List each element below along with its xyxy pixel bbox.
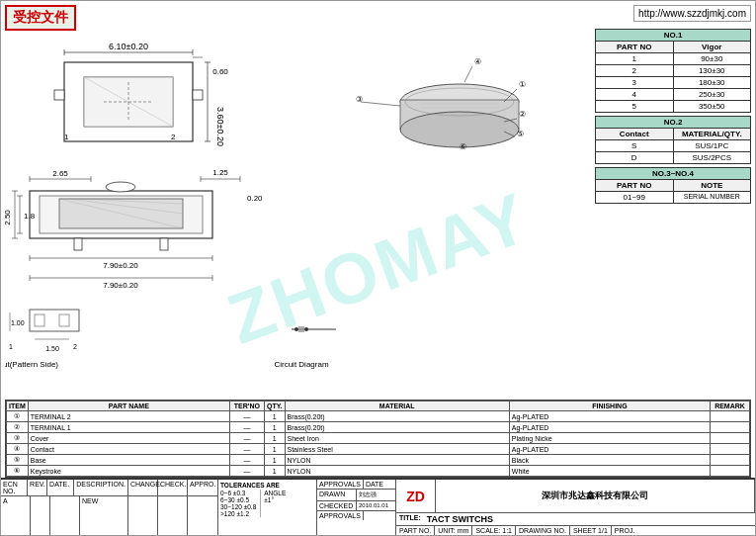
bom-finishing: White [509,466,710,477]
table-row: 5 350±50 [596,101,750,112]
part-no: 5 [596,101,674,112]
svg-text:④: ④ [474,57,481,66]
bom-ter: — [229,411,264,422]
checked-label: CHECKED [317,501,357,510]
table-row: 1 90±30 [596,53,750,65]
contact-d: D [596,152,674,163]
bom-finishing: Plating Nicke [509,433,710,444]
drawing-no-label: DRAWING NO. [515,526,569,535]
svg-text:3.60±0.20: 3.60±0.20 [215,107,225,146]
table-no3: NO.3~NO.4 PART NO NOTE 01~99 SERIAL NUMB… [595,167,751,204]
bom-row: ⑥ Keystroke — 1 NYLON White [7,466,750,477]
technical-drawing: 6.10±0.20 3.60±0.20 0.60 2 1 2.65 [5,23,593,418]
bom-name: Keystroke [28,466,229,477]
desc-label: DESCRIPTION. [74,480,128,495]
bom-remark [711,455,750,466]
material-header: MATERIAL/QTY. [674,129,751,139]
svg-text:2: 2 [171,133,176,141]
scale-label: SCALE: 1:1 [471,526,515,535]
bom-header-finishing: FINISHING [509,402,710,411]
drawn-label: DRAWN [317,490,357,500]
bom-qty: 1 [264,466,285,477]
bom-name: TERMINAL 2 [28,411,229,422]
bom-material: NYLON [285,455,509,466]
bom-table: ITEM PART NAME TER'NO QTY. MATERIAL FINI… [5,400,751,478]
svg-text:7.90±0.20: 7.90±0.20 [103,281,138,290]
svg-text:①: ① [519,80,526,89]
approvals-row-label: APPROVALS [317,511,364,520]
bom-row: ② TERMINAL 1 — 1 Brass(0.20t) Ag-PLATED [7,422,750,433]
bom-item: ② [7,422,29,433]
bom-qty: 1 [264,433,285,444]
vigor-val: 180±30 [674,77,751,88]
bom-finishing: Ag-PLATED [509,411,710,422]
bom-row: ④ Contact — 1 Stainless Steel Ag-PLATED [7,444,750,455]
svg-text:⑥: ⑥ [460,142,466,151]
svg-text:0.60: 0.60 [212,67,228,76]
bom-material: NYLON [285,466,509,477]
part-no: 1 [596,53,674,64]
date-header: DATE [364,480,395,489]
svg-text:0.20: 0.20 [247,194,263,203]
svg-point-68 [304,327,308,331]
ecn-section: ECN NO. REV. DATE. DESCRIPTION. CHANGE. … [1,480,218,535]
note-header: NOTE [674,180,751,191]
proj-label: PROJ. [611,526,638,535]
bom-qty: 1 [264,455,285,466]
title-block: ECN NO. REV. DATE. DESCRIPTION. CHANGE. … [1,478,755,535]
svg-text:⑤: ⑤ [517,130,524,138]
bom-header-qty: QTY. [264,402,285,411]
svg-text:2: 2 [73,343,77,350]
bom-ter: — [229,422,264,433]
bom-remark [711,433,750,444]
company-url: http://www.szzdjmkj.com [633,5,751,22]
ecn-val: A [1,496,31,535]
svg-rect-9 [193,90,203,100]
sheet-label: SHEET 1/1 [569,526,611,535]
svg-text:1.25: 1.25 [212,168,228,177]
part-no: 4 [596,89,674,100]
tolerances-section: TOLERANCES ARE 0~6 ±0.3 6~30 ±0.5 30~120… [218,480,317,535]
contact-s: S [596,140,674,151]
bom-name: TERMINAL 1 [28,422,229,433]
svg-text:②: ② [519,110,526,119]
bom-qty: 1 [264,444,285,455]
vigor-val: 90±30 [674,53,751,64]
title-value: TACT SWITCHS [424,513,496,525]
appro-val [188,496,217,535]
table-no1-header: NO.1 [596,30,750,42]
part-no: 2 [596,65,674,76]
bom-item: ③ [7,433,29,444]
table-row: 3 180±30 [596,77,750,89]
bom-header-ter: TER'NO [229,402,264,411]
table-no1-col1-header: PART NO [596,42,674,52]
table-no1-col2-header: Vigor [674,42,751,52]
desc-val: NEW [80,496,128,535]
bom-remark [711,411,750,422]
bom-qty: 1 [264,422,285,433]
bom-ter: — [229,466,264,477]
right-tables: NO.1 PART NO Vigor 1 90±30 2 130±30 3 18… [595,29,751,204]
svg-text:PCB Layout(Pattern Side): PCB Layout(Pattern Side) [5,360,58,369]
bom-finishing: Ag-PLATED [509,444,710,455]
svg-rect-58 [59,314,69,326]
svg-rect-57 [35,314,44,326]
svg-point-30 [106,182,135,192]
part-no-header: PART NO [596,180,674,191]
date-label: DATE. [47,480,74,495]
bom-material: Brass(0.20t) [285,411,509,422]
table-row: S SUS/1PC [596,140,750,152]
ecn-no-label: ECN NO. [1,480,28,495]
svg-text:1.8: 1.8 [24,212,36,221]
svg-text:6.10±0.20: 6.10±0.20 [109,42,148,51]
vigor-val: 250±30 [674,89,751,100]
bom-ter: — [229,433,264,444]
drawn-by: 刘志强 [357,490,395,500]
rev-val [31,496,50,535]
svg-point-67 [294,327,298,331]
table-no1: NO.1 PART NO Vigor 1 90±30 2 130±30 3 18… [595,29,751,113]
svg-text:③: ③ [356,95,363,104]
approvals-val [364,511,395,520]
company-logo: ZD [406,489,425,504]
table-row: 2 130±30 [596,65,750,77]
